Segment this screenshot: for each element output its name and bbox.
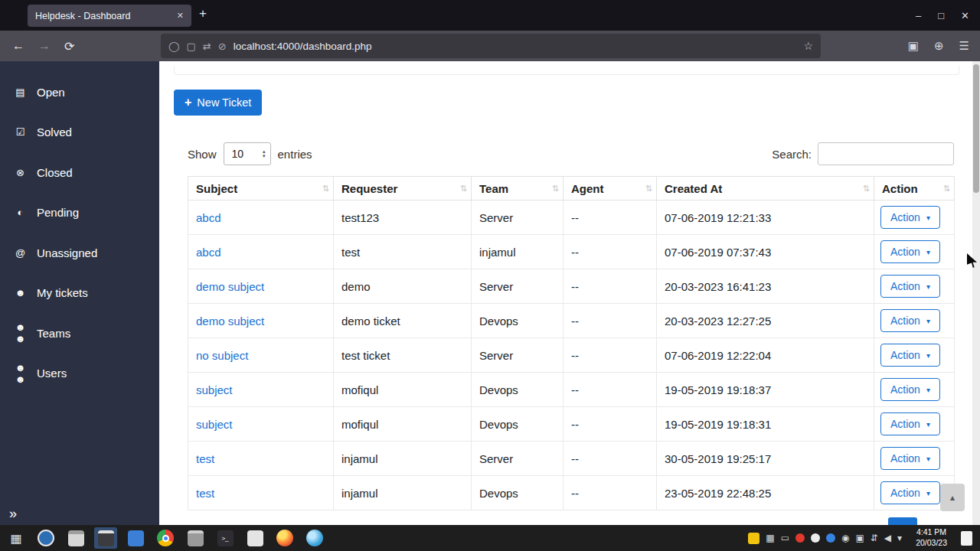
action-dropdown-button[interactable]: Action▾ bbox=[880, 240, 940, 263]
show-desktop-icon[interactable] bbox=[961, 531, 972, 546]
notes-icon[interactable] bbox=[748, 533, 760, 544]
pagination-button-partial[interactable] bbox=[888, 517, 917, 525]
ticket-subject-link[interactable]: abcd bbox=[196, 246, 221, 259]
screen-share-icon[interactable]: ◉ bbox=[841, 533, 849, 543]
ticket-subject-link[interactable]: subject bbox=[196, 418, 233, 431]
bookmark-star-icon[interactable]: ☆ bbox=[803, 40, 813, 52]
software-center-icon[interactable] bbox=[124, 527, 147, 549]
record-status-icon[interactable] bbox=[795, 533, 805, 543]
requester-cell: mofiqul bbox=[334, 407, 472, 442]
team-cell: Devops bbox=[472, 476, 564, 510]
browser-tab[interactable]: Helpdesk - Dashboard ✕ bbox=[28, 5, 191, 27]
sidebar-item-pending[interactable]: ◐ Pending bbox=[0, 193, 159, 233]
minimize-button[interactable]: – bbox=[916, 10, 921, 21]
ticket-subject-link[interactable]: test bbox=[196, 452, 214, 465]
network-icon[interactable]: ⇵ bbox=[871, 533, 878, 543]
reload-icon[interactable]: ⟳ bbox=[64, 31, 74, 61]
shield-off-icon[interactable]: ⊘ bbox=[218, 41, 227, 52]
team-cell: Server bbox=[472, 269, 564, 304]
column-header-subject[interactable]: Subject⇅ bbox=[188, 177, 334, 201]
ticket-subject-link[interactable]: no subject bbox=[196, 349, 248, 362]
ticket-subject-link[interactable]: subject bbox=[196, 383, 233, 396]
url-bar[interactable]: ◯ ▢ ⇄ ⊘ localhost:4000/dashboard.php ☆ bbox=[161, 34, 821, 58]
caret-down-icon: ▾ bbox=[926, 351, 930, 360]
action-dropdown-button[interactable]: Action▾ bbox=[880, 378, 940, 401]
sidebar-item-teams[interactable]: ☻☻ Teams bbox=[0, 313, 159, 354]
ticket-row: subject mofiqul Devops -- 19-05-2019 19:… bbox=[188, 373, 955, 407]
volume-icon[interactable]: ◀ bbox=[884, 533, 891, 543]
pocket-icon[interactable]: ▣ bbox=[908, 39, 919, 53]
chrome-icon[interactable] bbox=[154, 527, 177, 549]
keyboard-indicator-icon[interactable]: ▦ bbox=[766, 533, 774, 543]
scrollbar-thumb[interactable] bbox=[973, 64, 979, 193]
column-header-team[interactable]: Team⇅ bbox=[472, 177, 564, 201]
ticket-row: subject mofiqul Devops -- 19-05-2019 19:… bbox=[188, 407, 955, 442]
action-cell: Action▾ bbox=[874, 338, 955, 373]
panel-bottom-fragment bbox=[174, 66, 959, 75]
column-header-label: Team bbox=[479, 182, 508, 195]
sidebar-item-label: Closed bbox=[37, 166, 73, 179]
column-header-created-at[interactable]: Created At⇅ bbox=[657, 177, 874, 201]
tracking-protection-icon[interactable]: ◯ bbox=[168, 41, 180, 52]
back-icon[interactable]: ← bbox=[12, 31, 24, 61]
scroll-to-top-button[interactable]: ▴ bbox=[940, 484, 965, 511]
status-white-icon[interactable] bbox=[811, 533, 820, 543]
ticket-subject-link[interactable]: demo subject bbox=[196, 280, 264, 293]
sidebar-item-users[interactable]: ☻☻ Users bbox=[0, 354, 159, 394]
terminal-icon[interactable]: >_ bbox=[214, 527, 237, 549]
menu-hamburger-icon[interactable]: ☰ bbox=[959, 39, 969, 53]
window-icon[interactable] bbox=[184, 527, 207, 549]
sidebar-item-solved[interactable]: ☑ Solved bbox=[0, 112, 159, 153]
active-terminal-window-icon[interactable] bbox=[94, 527, 117, 549]
new-tab-button[interactable]: + bbox=[199, 6, 207, 21]
sidebar-item-my-tickets[interactable]: ☻ My tickets bbox=[0, 273, 159, 314]
keyboard-icon[interactable]: ▦ bbox=[5, 527, 28, 549]
column-header-action[interactable]: Action⇅ bbox=[874, 177, 955, 201]
new-ticket-button[interactable]: + New Ticket bbox=[174, 90, 262, 116]
tab-close-icon[interactable]: ✕ bbox=[177, 11, 184, 21]
system-tray: ▦ ▭ ◉ ▣ ⇵ ◀ ▾ 4:41 PM 20/03/23 bbox=[748, 527, 975, 548]
show-label: Show bbox=[188, 148, 217, 161]
sidebar-item-closed[interactable]: ⊗ Closed bbox=[0, 152, 159, 193]
web-globe-icon[interactable] bbox=[303, 527, 326, 549]
firefox-icon[interactable] bbox=[273, 527, 296, 549]
ticket-row: abcd test injamul -- 07-06-2019 07:37:43… bbox=[188, 235, 955, 269]
sidebar-item-open[interactable]: ▤ Open bbox=[0, 72, 159, 112]
globe-icon[interactable]: ⊕ bbox=[934, 39, 944, 53]
sidebar-item-label: Teams bbox=[37, 327, 70, 340]
action-dropdown-button[interactable]: Action▾ bbox=[880, 412, 940, 435]
files-icon[interactable] bbox=[64, 527, 87, 549]
camera-icon[interactable]: ▣ bbox=[855, 533, 864, 543]
page-info-icon[interactable]: ▢ bbox=[187, 41, 196, 52]
status-blue-icon[interactable] bbox=[826, 533, 835, 543]
ticket-subject-link[interactable]: demo subject bbox=[196, 315, 264, 328]
window-close-button[interactable]: ✕ bbox=[961, 10, 969, 21]
text-editor-icon[interactable] bbox=[243, 527, 266, 549]
ticket-subject-link[interactable]: abcd bbox=[196, 211, 221, 224]
display-icon[interactable]: ▭ bbox=[781, 533, 789, 543]
action-dropdown-button[interactable]: Action▾ bbox=[880, 447, 940, 470]
column-header-requester[interactable]: Requester⇅ bbox=[334, 177, 472, 201]
search-input[interactable] bbox=[818, 142, 954, 165]
container-icon[interactable]: ⇄ bbox=[203, 41, 211, 52]
entries-select[interactable]: 10 ▴▾ bbox=[224, 142, 271, 165]
action-dropdown-button[interactable]: Action▾ bbox=[880, 344, 940, 367]
taskbar-clock[interactable]: 4:41 PM 20/03/23 bbox=[916, 527, 947, 548]
tray-expander-icon[interactable]: ▾ bbox=[897, 533, 902, 543]
maximize-button[interactable]: □ bbox=[938, 10, 944, 21]
forward-icon[interactable]: → bbox=[38, 31, 51, 61]
ticket-subject-link[interactable]: test bbox=[196, 487, 214, 500]
screenshot-tool-icon[interactable] bbox=[34, 527, 57, 549]
ticket-row: test injamul Server -- 30-05-2019 19:25:… bbox=[188, 442, 955, 476]
sidebar-collapse-icon[interactable]: » bbox=[9, 506, 17, 522]
action-dropdown-button[interactable]: Action▾ bbox=[880, 481, 940, 504]
page-scrollbar[interactable] bbox=[972, 61, 980, 525]
desktop-screen: Helpdesk - Dashboard ✕ + – □ ✕ ← → ⟳ ◯ ▢… bbox=[0, 0, 980, 551]
action-dropdown-button[interactable]: Action▾ bbox=[880, 206, 940, 229]
action-label: Action bbox=[890, 280, 920, 292]
column-header-agent[interactable]: Agent⇅ bbox=[564, 177, 657, 201]
caret-down-icon: ▾ bbox=[926, 248, 930, 256]
action-dropdown-button[interactable]: Action▾ bbox=[880, 309, 940, 332]
action-dropdown-button[interactable]: Action▾ bbox=[880, 275, 940, 298]
sidebar-item-unassigned[interactable]: @ Unassigned bbox=[0, 233, 159, 273]
